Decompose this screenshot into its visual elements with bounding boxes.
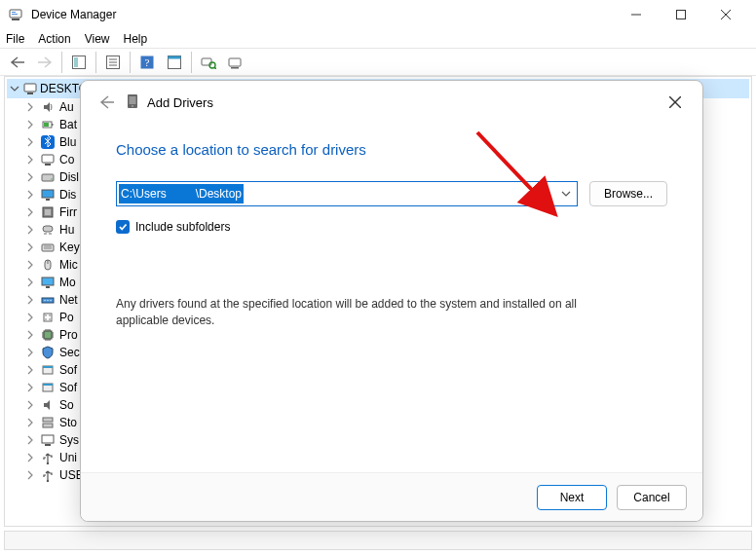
expand-icon[interactable] bbox=[24, 259, 36, 271]
chevron-down-icon[interactable] bbox=[557, 190, 575, 198]
network-icon bbox=[40, 292, 56, 308]
expand-icon[interactable] bbox=[24, 469, 36, 481]
titlebar: Device Manager bbox=[0, 0, 756, 29]
expand-icon[interactable] bbox=[24, 347, 36, 358]
menu-help[interactable]: Help bbox=[124, 32, 148, 46]
show-hide-tree-button[interactable] bbox=[66, 51, 92, 74]
tree-item-label: So bbox=[59, 396, 74, 414]
action-button[interactable] bbox=[162, 51, 187, 74]
dialog-close-button[interactable] bbox=[660, 87, 691, 118]
next-button[interactable]: Next bbox=[537, 485, 607, 510]
expand-icon[interactable] bbox=[24, 224, 36, 236]
expand-icon[interactable] bbox=[24, 277, 36, 288]
tree-item-label: Dis bbox=[59, 186, 76, 203]
expand-icon[interactable] bbox=[24, 329, 36, 341]
svg-rect-9 bbox=[74, 57, 78, 67]
expand-icon[interactable] bbox=[24, 399, 36, 411]
svg-point-63 bbox=[47, 462, 49, 464]
svg-point-47 bbox=[47, 300, 48, 301]
svg-rect-5 bbox=[677, 11, 686, 19]
svg-point-64 bbox=[47, 480, 49, 482]
toolbar: ? bbox=[0, 49, 756, 76]
expand-icon[interactable] bbox=[24, 171, 36, 183]
expand-icon[interactable] bbox=[24, 101, 36, 113]
tree-item-label: Pro bbox=[59, 326, 78, 344]
hid-icon bbox=[40, 222, 56, 238]
next-button-label: Next bbox=[560, 491, 585, 504]
tree-item-label: Disl bbox=[59, 168, 79, 186]
path-value: C:\Usersxx\Desktop bbox=[119, 184, 244, 203]
close-button[interactable] bbox=[703, 0, 748, 29]
scan-hardware-button[interactable] bbox=[196, 51, 221, 74]
expand-icon[interactable] bbox=[24, 154, 36, 166]
expand-icon[interactable] bbox=[24, 417, 36, 428]
browse-button[interactable]: Browse... bbox=[589, 181, 667, 206]
dialog-description: Any drivers found at the specified locat… bbox=[116, 296, 623, 329]
nav-back-button[interactable] bbox=[5, 51, 30, 74]
expand-icon[interactable] bbox=[24, 452, 36, 463]
battery-icon bbox=[40, 117, 56, 132]
nav-forward-button[interactable] bbox=[32, 51, 57, 74]
tree-item-label: Mo bbox=[59, 274, 76, 291]
tree-item-label: Co bbox=[59, 151, 74, 168]
svg-rect-66 bbox=[130, 96, 136, 104]
svg-point-32 bbox=[51, 178, 53, 180]
svg-rect-33 bbox=[42, 190, 54, 198]
svg-rect-21 bbox=[229, 58, 241, 66]
svg-rect-27 bbox=[44, 123, 49, 127]
svg-rect-3 bbox=[12, 14, 18, 15]
expand-icon[interactable] bbox=[24, 189, 36, 201]
add-driver-button[interactable] bbox=[223, 51, 248, 74]
usb-icon bbox=[40, 467, 56, 483]
usb-icon bbox=[40, 450, 56, 465]
expand-icon[interactable] bbox=[24, 382, 36, 393]
tree-item-label: Bat bbox=[59, 116, 77, 133]
security-icon bbox=[40, 345, 56, 360]
tree-item-label: Sof bbox=[59, 379, 77, 396]
audio-icon bbox=[40, 99, 56, 115]
processor-icon bbox=[40, 327, 56, 343]
expand-icon[interactable] bbox=[24, 312, 36, 323]
tree-item-label: Sof bbox=[59, 361, 77, 379]
dialog-back-button[interactable] bbox=[93, 89, 120, 116]
expand-icon[interactable] bbox=[24, 241, 36, 253]
window-title: Device Manager bbox=[31, 8, 116, 21]
maximize-button[interactable] bbox=[659, 0, 703, 29]
expand-icon[interactable] bbox=[24, 364, 36, 376]
dialog-title: Add Drivers bbox=[147, 95, 213, 110]
svg-rect-43 bbox=[42, 277, 54, 285]
tree-item-label: Po bbox=[59, 309, 74, 326]
display-icon bbox=[40, 187, 56, 203]
path-combobox[interactable]: C:\Usersxx\Desktop bbox=[116, 181, 578, 206]
menu-view[interactable]: View bbox=[85, 32, 110, 46]
add-drivers-dialog: Add Drivers Choose a location to search … bbox=[80, 80, 703, 522]
properties-button[interactable] bbox=[100, 51, 126, 74]
cancel-button[interactable]: Cancel bbox=[617, 485, 687, 510]
expand-icon[interactable] bbox=[24, 119, 36, 130]
expand-icon[interactable] bbox=[24, 206, 36, 218]
svg-rect-2 bbox=[12, 12, 16, 13]
tree-item-label: Mic bbox=[59, 256, 78, 274]
svg-point-53 bbox=[49, 318, 51, 320]
menu-action[interactable]: Action bbox=[38, 32, 70, 46]
include-subfolders-checkbox[interactable] bbox=[116, 220, 130, 234]
keyboard-icon bbox=[40, 240, 56, 255]
minimize-button[interactable] bbox=[614, 0, 659, 29]
expand-icon[interactable] bbox=[24, 434, 36, 446]
include-subfolders-label: Include subfolders bbox=[135, 220, 230, 234]
computer-icon bbox=[40, 152, 56, 167]
collapse-icon[interactable] bbox=[9, 83, 20, 94]
menu-file[interactable]: File bbox=[6, 32, 24, 46]
computer-icon bbox=[22, 81, 38, 96]
svg-rect-1 bbox=[12, 18, 19, 20]
software-icon bbox=[40, 362, 56, 378]
expand-icon[interactable] bbox=[24, 136, 36, 148]
svg-rect-36 bbox=[45, 209, 51, 215]
help-button[interactable]: ? bbox=[134, 51, 160, 74]
svg-rect-17 bbox=[169, 55, 181, 58]
disk-icon bbox=[40, 169, 56, 185]
expand-icon[interactable] bbox=[24, 294, 36, 306]
port-icon bbox=[40, 310, 56, 325]
svg-rect-29 bbox=[42, 155, 54, 163]
svg-rect-23 bbox=[24, 84, 36, 92]
